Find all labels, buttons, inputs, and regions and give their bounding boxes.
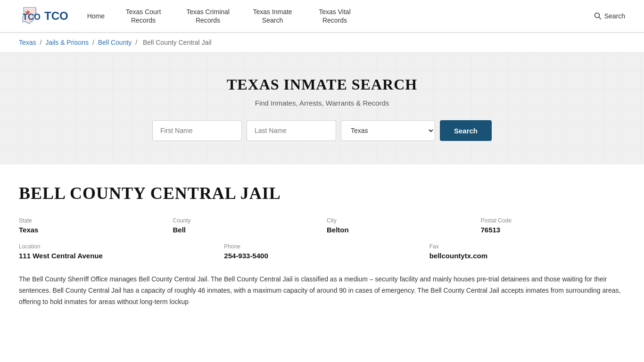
site-header: TCO TCO Home Texas Court Records Texas C… [0,0,644,33]
logo-link[interactable]: TCO TCO [19,5,68,27]
fax-field: Fax bellcountytx.com [429,243,625,260]
location-value: 111 West Central Avenue [19,252,103,260]
logo-icon: TCO [19,5,41,27]
breadcrumb-sep-3: / [135,39,139,46]
breadcrumb-sep-2: / [92,39,96,46]
location-label: Location [19,243,215,250]
phone-field: Phone 254-933-5400 [224,243,420,260]
postal-label: Postal Code [481,217,626,224]
nav-inmate-search[interactable]: Texas Inmate Search [249,8,296,25]
state-select[interactable]: TexasAlabamaAlaskaArizonaArkansasCalifor… [341,120,435,141]
nav-search-button[interactable]: Search [594,12,625,20]
main-content: BELL COUNTY CENTRAL JAIL State Texas Cou… [0,165,644,326]
city-value: Belton [327,226,349,234]
inmate-search-form: TexasAlabamaAlaskaArizonaArkansasCalifor… [19,120,625,141]
postal-value: 76513 [481,226,501,234]
nav-vital-records[interactable]: Texas Vital Records [311,8,358,25]
breadcrumb: Texas / Jails & Prisons / Bell County / … [0,33,644,52]
fax-label: Fax [429,243,625,250]
hero-subtitle: Find Inmates, Arrests, Warrants & Record… [19,99,625,107]
city-label: City [327,217,471,224]
state-value: Texas [19,226,38,234]
county-value: Bell [173,226,186,234]
breadcrumb-bell-county[interactable]: Bell County [98,39,132,46]
first-name-input[interactable] [152,120,242,141]
phone-value: 254-933-5400 [224,252,268,260]
nav-home[interactable]: Home [87,12,105,20]
info-grid-row1: State Texas County Bell City Belton Post… [19,217,625,234]
nav-court-records[interactable]: Texas Court Records [120,8,167,25]
breadcrumb-jails[interactable]: Jails & Prisons [45,39,89,46]
logo-text: TCO [44,9,68,23]
search-icon [594,12,602,20]
svg-text:TCO: TCO [23,12,41,22]
city-field: City Belton [327,217,471,234]
phone-label: Phone [224,243,420,250]
jail-title: BELL COUNTY CENTRAL JAIL [19,183,625,203]
postal-field: Postal Code 76513 [481,217,626,234]
main-nav: Home Texas Court Records Texas Criminal … [87,8,594,25]
jail-description: The Bell County Sherriff Office manages … [19,274,622,307]
svg-point-3 [594,13,599,18]
breadcrumb-texas[interactable]: Texas [19,39,36,46]
county-field: County Bell [173,217,318,234]
svg-line-4 [599,17,601,20]
county-label: County [173,217,318,224]
location-field: Location 111 West Central Avenue [19,243,215,260]
hero-title: TEXAS INMATE SEARCH [19,76,625,93]
info-grid-row2: Location 111 West Central Avenue Phone 2… [19,243,625,260]
nav-criminal-records[interactable]: Texas Criminal Records [182,8,234,25]
state-field: State Texas [19,217,164,234]
fax-value: bellcountytx.com [429,252,487,260]
search-button[interactable]: Search [440,120,492,141]
last-name-input[interactable] [247,120,336,141]
breadcrumb-sep-1: / [40,39,43,46]
nav-search-label: Search [604,12,625,20]
state-label: State [19,217,164,224]
breadcrumb-current: Bell County Central Jail [143,39,212,46]
hero-section: TEXAS INMATE SEARCH Find Inmates, Arrest… [0,52,644,165]
